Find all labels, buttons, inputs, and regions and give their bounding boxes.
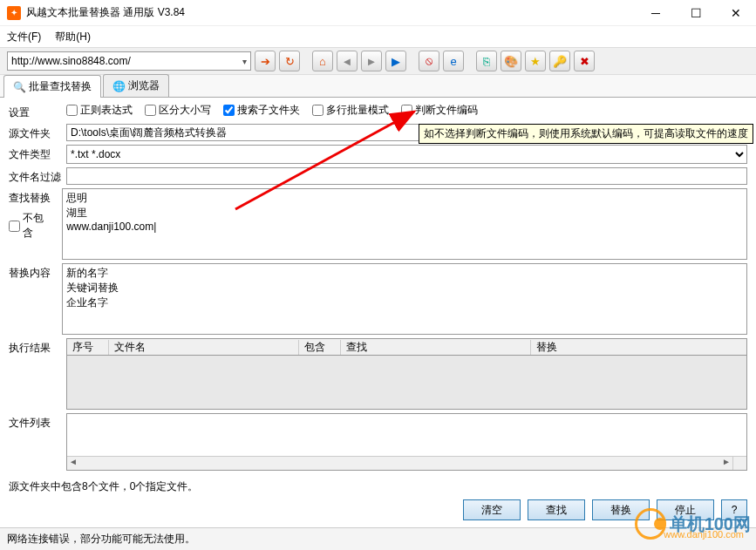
menu-file[interactable]: 文件(F) <box>7 30 41 44</box>
maximize-button[interactable]: ☐ <box>676 0 716 26</box>
col-find[interactable]: 查找 <box>341 340 531 355</box>
encoding-tooltip: 如不选择判断文件编码，则使用系统默认编码，可提高读取文件的速度 <box>419 124 753 144</box>
toolbar: ▾ ➔ ↻ ⌂ ◄ ► ▶ ⦸ e ⎘ 🎨 ★ 🔑 ✖ <box>0 47 756 75</box>
home-button[interactable]: ⌂ <box>312 51 333 71</box>
filter-label: 文件名过滤 <box>9 167 66 185</box>
globe-icon: 🌐 <box>112 80 125 92</box>
main-panel: 设置 正则表达式 区分大小写 搜索子文件夹 多行批量模式 判断文件编码 源文件夹… <box>0 98 756 471</box>
col-name[interactable]: 文件名 <box>109 340 299 355</box>
settings-label: 设置 <box>9 103 66 120</box>
menu-help[interactable]: 帮助(H) <box>55 30 91 44</box>
scrollbar-corner <box>732 456 746 470</box>
srcdir-label: 源文件夹 <box>9 124 66 141</box>
window-title: 风越文本批量替换器 通用版 V3.84 <box>26 5 636 20</box>
delete-button[interactable]: ✖ <box>574 51 595 71</box>
search-textarea[interactable]: 思明 湖里 www.danji100.com| <box>62 188 747 260</box>
col-contain[interactable]: 包含 <box>299 340 341 355</box>
back-button[interactable]: ◄ <box>337 51 358 71</box>
find-button[interactable]: 查找 <box>528 499 585 520</box>
app-icon: ✦ <box>7 6 21 20</box>
tab-browser-label: 浏览器 <box>128 78 160 93</box>
url-dropdown-icon[interactable]: ▾ <box>242 57 247 66</box>
filelist-box[interactable] <box>66 413 747 471</box>
result-table-body[interactable] <box>66 356 747 410</box>
menu-bar: 文件(F) 帮助(H) <box>0 26 756 47</box>
tab-browser[interactable]: 🌐 浏览器 <box>103 74 169 97</box>
col-replace[interactable]: 替换 <box>531 340 746 355</box>
checkbox-subfolder[interactable]: 搜索子文件夹 <box>223 103 300 118</box>
minimize-button[interactable]: ─ <box>636 0 676 26</box>
checkbox-regex[interactable]: 正则表达式 <box>66 103 133 118</box>
url-input[interactable] <box>11 55 242 67</box>
status-summary: 源文件夹中包含8个文件，0个指定文件。 <box>0 474 756 499</box>
filelist-label: 文件列表 <box>9 413 66 431</box>
col-no[interactable]: 序号 <box>67 340 109 355</box>
search-icon: 🔍 <box>13 81 25 93</box>
close-button[interactable]: ✕ <box>716 0 756 26</box>
tab-batch-replace[interactable]: 🔍 批量查找替换 <box>3 75 101 98</box>
star-button[interactable]: ★ <box>525 51 546 71</box>
stop-nav-button[interactable]: ⦸ <box>419 51 439 71</box>
scrollbar-horizontal[interactable] <box>67 456 732 470</box>
watermark-logo-icon <box>635 508 666 540</box>
search-label: 查找替换 <box>9 191 62 206</box>
refresh-button[interactable]: ↻ <box>279 51 300 71</box>
checkbox-case[interactable]: 区分大小写 <box>145 103 211 118</box>
clear-button[interactable]: 清空 <box>463 499 521 520</box>
filetype-select[interactable]: *.txt *.docx <box>66 145 747 164</box>
result-table-header: 序号 文件名 包含 查找 替换 <box>66 338 747 356</box>
forward-button[interactable]: ► <box>361 51 382 71</box>
title-bar: ✦ 风越文本批量替换器 通用版 V3.84 ─ ☐ ✕ <box>0 0 756 26</box>
checkbox-encoding[interactable]: 判断文件编码 <box>401 103 478 118</box>
ie-button[interactable]: e <box>443 51 464 71</box>
watermark: 单机100网 www.danji100.com <box>635 508 751 540</box>
replace-label: 替换内容 <box>9 263 62 281</box>
tab-strip: 🔍 批量查找替换 🌐 浏览器 <box>0 75 756 98</box>
filetype-label: 文件类型 <box>9 145 66 162</box>
url-box[interactable]: ▾ <box>7 51 251 71</box>
palette-button[interactable]: 🎨 <box>501 51 521 71</box>
watermark-url: www.danji100.com <box>664 529 744 540</box>
checkbox-exclude[interactable]: 不包含 <box>9 211 50 241</box>
play-button[interactable]: ▶ <box>385 51 406 71</box>
key-button[interactable]: 🔑 <box>549 51 570 71</box>
replace-textarea[interactable]: 新的名字 关键词替换 企业名字 <box>62 263 747 335</box>
result-label: 执行结果 <box>9 338 66 356</box>
checkbox-multiline[interactable]: 多行批量模式 <box>312 103 389 118</box>
go-button[interactable]: ➔ <box>255 51 276 71</box>
tab-batch-label: 批量查找替换 <box>29 79 92 94</box>
filter-input[interactable] <box>66 167 747 185</box>
copy-button[interactable]: ⎘ <box>476 51 497 71</box>
